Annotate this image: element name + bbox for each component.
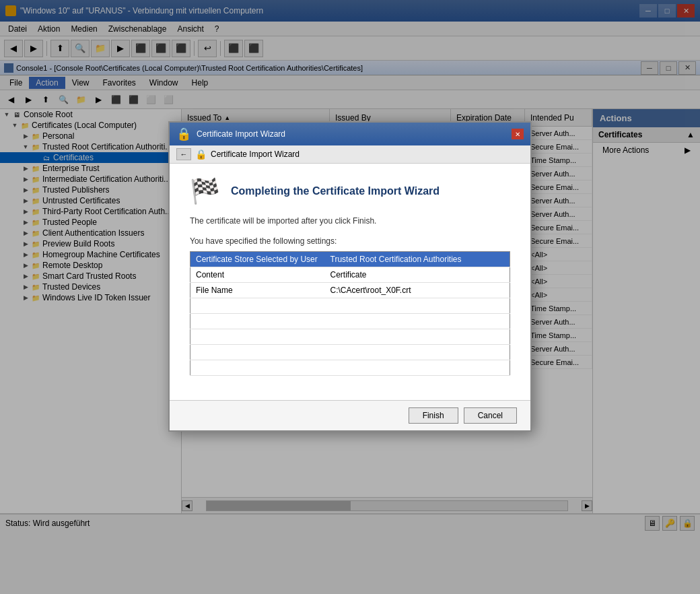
modal-nav: ← 🔒 Certificate Import Wizard: [170, 145, 530, 164]
modal-settings-table: Certificate Store Selected by User Trust…: [190, 251, 510, 376]
modal-table-row-empty-5: [190, 360, 510, 376]
modal-description: The certificate will be imported after y…: [190, 216, 510, 226]
cancel-button[interactable]: Cancel: [464, 407, 517, 424]
finish-button[interactable]: Finish: [409, 407, 458, 424]
modal-nav-icon: 🔒: [195, 149, 207, 160]
modal-table-row-1[interactable]: Content Certificate: [190, 267, 510, 283]
modal-back-button[interactable]: ←: [176, 148, 191, 160]
modal-table-value-0: Trusted Root Certification Authorities: [325, 252, 510, 267]
modal-titlebar: 🔒 Certificate Import Wizard ✕: [170, 123, 530, 145]
modal-title-left: 🔒 Certificate Import Wizard: [176, 127, 285, 141]
modal-table-row-empty-3: [190, 329, 510, 345]
modal-close-button[interactable]: ✕: [512, 129, 524, 139]
modal-table-key-2: File Name: [190, 283, 325, 298]
modal-footer: Finish Cancel: [170, 400, 530, 430]
modal-table-row-empty-4: [190, 345, 510, 360]
modal-table-row-2[interactable]: File Name C:\CAcert\root_X0F.crt: [190, 283, 510, 298]
modal-body: 🏁 Completing the Certificate Import Wiza…: [170, 164, 530, 400]
modal-table-value-2: C:\CAcert\root_X0F.crt: [325, 283, 510, 298]
wizard-complete-icon: 🏁: [190, 177, 220, 205]
modal-heading: Completing the Certificate Import Wizard: [231, 185, 440, 197]
modal-overlay: 🔒 Certificate Import Wizard ✕ ← 🔒 Certif…: [0, 0, 700, 594]
modal-nav-title: Certificate Import Wizard: [211, 150, 300, 159]
modal-table-value-1: Certificate: [325, 267, 510, 283]
modal-table-row-empty-1: [190, 298, 510, 314]
modal-table-row-empty-2: [190, 314, 510, 329]
modal-table-row-0[interactable]: Certificate Store Selected by User Trust…: [190, 252, 510, 267]
modal-table-key-0: Certificate Store Selected by User: [190, 252, 325, 267]
modal-table-key-1: Content: [190, 267, 325, 283]
wizard-icon: 🔒: [176, 127, 191, 141]
modal-title: Certificate Import Wizard: [197, 129, 285, 139]
certificate-import-wizard: 🔒 Certificate Import Wizard ✕ ← 🔒 Certif…: [168, 121, 532, 432]
modal-settings-label: You have specified the following setting…: [190, 236, 510, 246]
